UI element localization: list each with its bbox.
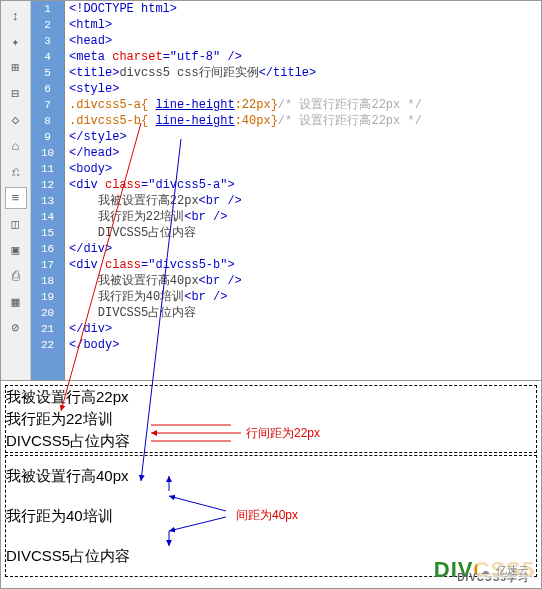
code-content[interactable]: <!DOCTYPE html> <html> <head> <meta char… (65, 1, 541, 380)
code: </style> (69, 130, 127, 144)
code: DIVCSS5占位内容 (69, 306, 196, 320)
line-num: 12 (31, 177, 64, 193)
code: <title> (69, 66, 119, 80)
line-num: 18 (31, 273, 64, 289)
line-num: 10 (31, 145, 64, 161)
line-num: 9 (31, 129, 64, 145)
line-num: 6 (31, 81, 64, 97)
tool-tag-icon[interactable]: ◇ (5, 109, 27, 131)
line-num: 4 (31, 49, 64, 65)
line-num: 20 (31, 305, 64, 321)
preview-pane: 我被设置行高22px 我行距为22培训 DIVCSS5占位内容 我被设置行高40… (1, 381, 541, 589)
code: </div> (69, 242, 112, 256)
line-num: 13 (31, 193, 64, 209)
tool-lines-icon[interactable]: ≡ (5, 187, 27, 209)
app-window: ↕ ✦ ⊞ ⊟ ◇ ⌂ ⎌ ≡ ◫ ▣ ⎙ ▦ ⊘ 1 2 3 4 5 6 7 … (0, 0, 542, 589)
tool-gear-icon[interactable]: ✦ (5, 31, 27, 53)
code: <html> (69, 18, 112, 32)
code: <!DOCTYPE html> (69, 2, 177, 16)
code: </head> (69, 146, 119, 160)
code: 我行距为22培训 (69, 210, 184, 224)
code: 我被设置行高22px (69, 194, 199, 208)
line-num: 19 (31, 289, 64, 305)
code: <head> (69, 34, 112, 48)
line-num: 16 (31, 241, 64, 257)
code: <div (69, 178, 105, 192)
tool-home-icon[interactable]: ⌂ (5, 135, 27, 157)
annotation-22px: 行间距为22px (246, 425, 320, 442)
line-num: 2 (31, 17, 64, 33)
line-num: 22 (31, 337, 64, 353)
tool-grid-icon[interactable]: ▦ (5, 291, 27, 313)
tool-split-icon[interactable]: ◫ (5, 213, 27, 235)
line-num: 21 (31, 321, 64, 337)
line-num: 11 (31, 161, 64, 177)
code: </body> (69, 338, 119, 352)
code: <body> (69, 162, 112, 176)
code: 我被设置行高40px (69, 274, 199, 288)
editor-pane: ↕ ✦ ⊞ ⊟ ◇ ⌂ ⎌ ≡ ◫ ▣ ⎙ ▦ ⊘ 1 2 3 4 5 6 7 … (1, 1, 541, 381)
watermark-text: 亿速云 (496, 565, 529, 577)
css-rule-b: .divcss5-b{ (69, 114, 155, 128)
preview-line: 我被设置行高40px (6, 456, 536, 496)
css-rule-a: .divcss5-a{ (69, 98, 155, 112)
code: <style> (69, 82, 119, 96)
line-num: 8 (31, 113, 64, 129)
line-num: 1 (31, 1, 64, 17)
line-num: 3 (31, 33, 64, 49)
code: 我行距为40培训 (69, 290, 184, 304)
line-num: 15 (31, 225, 64, 241)
tool-box-icon[interactable]: ▣ (5, 239, 27, 261)
tool-resize-icon[interactable]: ↕ (5, 5, 27, 27)
code: DIVCSS5占位内容 (69, 226, 196, 240)
tool-collapse-icon[interactable]: ⊟ (5, 83, 27, 105)
tool-clear-icon[interactable]: ⊘ (5, 317, 27, 339)
watermark: ☁ 亿速云 (477, 561, 533, 578)
line-num: 14 (31, 209, 64, 225)
line-number-gutter: 1 2 3 4 5 6 7 8 9 10 11 12 13 14 15 16 1… (31, 1, 65, 380)
code: <meta (69, 50, 112, 64)
annotation-40px: 间距为40px (236, 507, 298, 524)
line-num: 17 (31, 257, 64, 273)
preview-line: 我被设置行高22px (6, 386, 536, 408)
preview-box-22: 我被设置行高22px 我行距为22培训 DIVCSS5占位内容 (5, 385, 537, 453)
line-num: 7 (31, 97, 64, 113)
cloud-icon: ☁ (481, 561, 489, 578)
tool-expand-icon[interactable]: ⊞ (5, 57, 27, 79)
line-num: 5 (31, 65, 64, 81)
left-toolbar: ↕ ✦ ⊞ ⊟ ◇ ⌂ ⎌ ≡ ◫ ▣ ⎙ ▦ ⊘ (1, 1, 31, 380)
tool-undo-icon[interactable]: ⎌ (5, 161, 27, 183)
code: <div (69, 258, 105, 272)
code: </div> (69, 322, 112, 336)
tool-print-icon[interactable]: ⎙ (5, 265, 27, 287)
